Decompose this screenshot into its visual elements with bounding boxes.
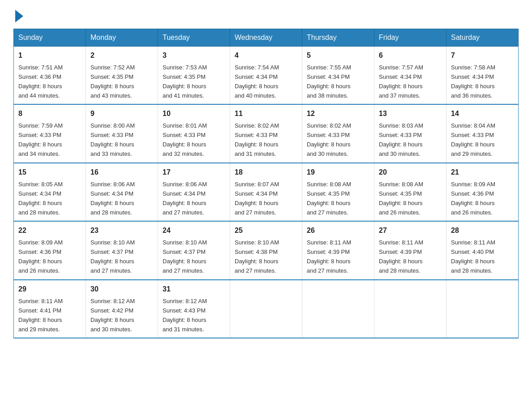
day-info: Sunrise: 7:58 AMSunset: 4:34 PMDaylight:… [451, 64, 495, 99]
day-info: Sunrise: 8:09 AMSunset: 4:36 PMDaylight:… [451, 181, 495, 216]
calendar-cell: 10Sunrise: 8:01 AMSunset: 4:33 PMDayligh… [158, 104, 230, 163]
day-number: 6 [379, 50, 442, 61]
day-number: 10 [163, 108, 225, 120]
calendar-cell: 5Sunrise: 7:55 AMSunset: 4:34 PMDaylight… [302, 47, 374, 105]
calendar-cell: 19Sunrise: 8:08 AMSunset: 4:35 PMDayligh… [302, 163, 374, 221]
day-info: Sunrise: 7:57 AMSunset: 4:34 PMDaylight:… [379, 64, 423, 99]
calendar-cell [374, 280, 446, 338]
day-number: 1 [18, 50, 81, 61]
week-row-1: 1Sunrise: 7:51 AMSunset: 4:36 PMDaylight… [14, 47, 519, 105]
day-number: 8 [18, 108, 81, 120]
day-info: Sunrise: 8:05 AMSunset: 4:34 PMDaylight:… [18, 181, 63, 216]
week-row-2: 8Sunrise: 7:59 AMSunset: 4:33 PMDaylight… [14, 104, 519, 163]
calendar-cell: 28Sunrise: 8:11 AMSunset: 4:40 PMDayligh… [446, 221, 519, 279]
day-info: Sunrise: 8:02 AMSunset: 4:33 PMDaylight:… [307, 122, 351, 157]
calendar-cell: 15Sunrise: 8:05 AMSunset: 4:34 PMDayligh… [14, 163, 86, 221]
day-info: Sunrise: 8:10 AMSunset: 4:38 PMDaylight:… [235, 239, 279, 274]
day-info: Sunrise: 8:01 AMSunset: 4:33 PMDaylight:… [163, 122, 207, 157]
calendar-cell: 27Sunrise: 8:11 AMSunset: 4:39 PMDayligh… [374, 221, 446, 279]
day-number: 30 [90, 284, 153, 295]
header-saturday: Saturday [446, 29, 519, 47]
calendar-cell: 20Sunrise: 8:08 AMSunset: 4:35 PMDayligh… [374, 163, 446, 221]
header-tuesday: Tuesday [158, 29, 230, 47]
calendar-cell: 3Sunrise: 7:53 AMSunset: 4:35 PMDaylight… [158, 47, 230, 105]
calendar-table: SundayMondayTuesdayWednesdayThursdayFrid… [13, 29, 519, 338]
day-number: 18 [235, 167, 297, 178]
day-info: Sunrise: 8:08 AMSunset: 4:35 PMDaylight:… [379, 181, 423, 216]
day-number: 15 [18, 167, 81, 178]
calendar-cell: 17Sunrise: 8:06 AMSunset: 4:34 PMDayligh… [158, 163, 230, 221]
day-number: 4 [235, 50, 297, 61]
day-number: 3 [163, 50, 225, 61]
header-wednesday: Wednesday [230, 29, 302, 47]
calendar-cell: 7Sunrise: 7:58 AMSunset: 4:34 PMDaylight… [446, 47, 519, 105]
day-info: Sunrise: 8:12 AMSunset: 4:43 PMDaylight:… [163, 298, 207, 333]
day-number: 7 [451, 50, 514, 61]
day-info: Sunrise: 8:03 AMSunset: 4:33 PMDaylight:… [379, 122, 423, 157]
day-info: Sunrise: 8:07 AMSunset: 4:34 PMDaylight:… [235, 181, 279, 216]
day-number: 13 [379, 108, 442, 120]
calendar-cell: 16Sunrise: 8:06 AMSunset: 4:34 PMDayligh… [86, 163, 158, 221]
calendar-cell: 30Sunrise: 8:12 AMSunset: 4:42 PMDayligh… [86, 280, 158, 338]
header-monday: Monday [86, 29, 158, 47]
day-number: 5 [307, 50, 369, 61]
day-number: 27 [379, 225, 442, 236]
day-number: 28 [451, 225, 514, 236]
calendar-cell [446, 280, 519, 338]
day-info: Sunrise: 8:12 AMSunset: 4:42 PMDaylight:… [90, 298, 135, 333]
calendar-cell: 25Sunrise: 8:10 AMSunset: 4:38 PMDayligh… [230, 221, 302, 279]
day-number: 2 [90, 50, 153, 61]
week-row-5: 29Sunrise: 8:11 AMSunset: 4:41 PMDayligh… [14, 280, 519, 338]
day-number: 23 [90, 225, 153, 236]
day-number: 17 [163, 167, 225, 178]
calendar-cell: 1Sunrise: 7:51 AMSunset: 4:36 PMDaylight… [14, 47, 86, 105]
calendar-cell: 9Sunrise: 8:00 AMSunset: 4:33 PMDaylight… [86, 104, 158, 163]
week-row-3: 15Sunrise: 8:05 AMSunset: 4:34 PMDayligh… [14, 163, 519, 221]
day-info: Sunrise: 8:02 AMSunset: 4:33 PMDaylight:… [235, 122, 279, 157]
day-number: 31 [163, 284, 225, 295]
page-header [13, 9, 519, 21]
day-number: 24 [163, 225, 225, 236]
day-info: Sunrise: 8:10 AMSunset: 4:37 PMDaylight:… [163, 239, 207, 274]
calendar-cell: 22Sunrise: 8:09 AMSunset: 4:36 PMDayligh… [14, 221, 86, 279]
calendar-header-row: SundayMondayTuesdayWednesdayThursdayFrid… [14, 29, 519, 47]
header-thursday: Thursday [302, 29, 374, 47]
day-info: Sunrise: 7:59 AMSunset: 4:33 PMDaylight:… [18, 122, 63, 157]
day-info: Sunrise: 7:54 AMSunset: 4:34 PMDaylight:… [235, 64, 279, 99]
day-info: Sunrise: 7:51 AMSunset: 4:36 PMDaylight:… [18, 64, 63, 99]
day-number: 29 [18, 284, 81, 295]
calendar-cell: 8Sunrise: 7:59 AMSunset: 4:33 PMDaylight… [14, 104, 86, 163]
day-number: 12 [307, 108, 369, 120]
week-row-4: 22Sunrise: 8:09 AMSunset: 4:36 PMDayligh… [14, 221, 519, 279]
day-info: Sunrise: 7:52 AMSunset: 4:35 PMDaylight:… [90, 64, 135, 99]
day-info: Sunrise: 8:10 AMSunset: 4:37 PMDaylight:… [90, 239, 135, 274]
calendar-cell: 26Sunrise: 8:11 AMSunset: 4:39 PMDayligh… [302, 221, 374, 279]
header-friday: Friday [374, 29, 446, 47]
day-info: Sunrise: 8:11 AMSunset: 4:41 PMDaylight:… [18, 298, 63, 333]
calendar-cell: 24Sunrise: 8:10 AMSunset: 4:37 PMDayligh… [158, 221, 230, 279]
header-sunday: Sunday [14, 29, 86, 47]
logo-arrow-icon [15, 10, 23, 22]
day-info: Sunrise: 7:55 AMSunset: 4:34 PMDaylight:… [307, 64, 351, 99]
day-info: Sunrise: 7:53 AMSunset: 4:35 PMDaylight:… [163, 64, 207, 99]
calendar-cell [230, 280, 302, 338]
calendar-cell: 23Sunrise: 8:10 AMSunset: 4:37 PMDayligh… [86, 221, 158, 279]
day-number: 20 [379, 167, 442, 178]
calendar-cell: 18Sunrise: 8:07 AMSunset: 4:34 PMDayligh… [230, 163, 302, 221]
calendar-cell: 6Sunrise: 7:57 AMSunset: 4:34 PMDaylight… [374, 47, 446, 105]
calendar-cell: 2Sunrise: 7:52 AMSunset: 4:35 PMDaylight… [86, 47, 158, 105]
calendar-cell [302, 280, 374, 338]
day-number: 22 [18, 225, 81, 236]
calendar-cell: 13Sunrise: 8:03 AMSunset: 4:33 PMDayligh… [374, 104, 446, 163]
calendar-cell: 14Sunrise: 8:04 AMSunset: 4:33 PMDayligh… [446, 104, 519, 163]
day-info: Sunrise: 8:06 AMSunset: 4:34 PMDaylight:… [90, 181, 135, 216]
calendar-cell: 21Sunrise: 8:09 AMSunset: 4:36 PMDayligh… [446, 163, 519, 221]
day-number: 14 [451, 108, 514, 120]
day-info: Sunrise: 8:11 AMSunset: 4:39 PMDaylight:… [307, 239, 351, 274]
day-number: 9 [90, 108, 153, 120]
day-number: 25 [235, 225, 297, 236]
calendar-cell: 31Sunrise: 8:12 AMSunset: 4:43 PMDayligh… [158, 280, 230, 338]
calendar-cell: 11Sunrise: 8:02 AMSunset: 4:33 PMDayligh… [230, 104, 302, 163]
day-number: 11 [235, 108, 297, 120]
day-number: 26 [307, 225, 369, 236]
